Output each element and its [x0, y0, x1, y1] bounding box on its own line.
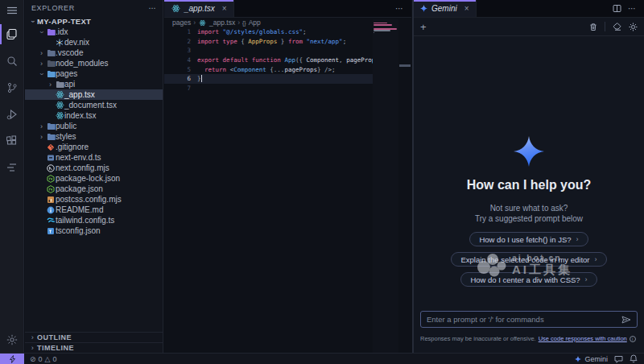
activity-menu-icon[interactable] [0, 0, 24, 21]
chevron-closed-icon: › [28, 333, 37, 341]
tree-item-api[interactable]: ›api [25, 79, 163, 89]
eraser-icon[interactable] [613, 23, 621, 31]
more-icon[interactable]: ⋯ [628, 4, 636, 13]
symbol-icon: {} [242, 20, 246, 26]
tree-item--document-tsx[interactable]: _document.tsx [25, 100, 163, 110]
extensions-icon [6, 135, 18, 147]
code-text: } [191, 75, 202, 82]
code-line-1[interactable]: 1import "@/styles/globals.css"; [164, 27, 398, 37]
warnings-icon: △ [45, 355, 51, 363]
close-icon[interactable]: × [222, 4, 227, 13]
breadcrumb-item[interactable]: _app.tsx [209, 19, 235, 27]
section-outline[interactable]: ›OUTLINE [25, 332, 163, 342]
caution-link[interactable]: Use code responses with caution [539, 335, 627, 342]
tree-item-tailwind-config-ts[interactable]: tailwind.config.ts [25, 215, 163, 225]
react-icon [55, 90, 64, 99]
gemini-panel: Gemini × ⋯ + How can I help you? Not sur… [412, 0, 644, 353]
bell-icon[interactable] [630, 354, 638, 363]
trash-icon[interactable] [589, 23, 597, 31]
tree-item-public[interactable]: ›public [25, 121, 163, 131]
minimap[interactable] [373, 19, 398, 353]
code-area[interactable]: 1import "@/styles/globals.css";2import t… [164, 27, 398, 353]
tree-item-dev-nix[interactable]: dev.nix [25, 37, 163, 48]
breadcrumb-separator: › [237, 19, 240, 27]
more-icon[interactable]: ⋯ [148, 4, 156, 12]
suggested-prompt-2[interactable]: Explain the selected code in my editor› [451, 252, 606, 267]
suggested-prompts: How do I use fetch() in JS?›Explain the … [451, 224, 606, 287]
tree-item-styles[interactable]: ›styles [25, 131, 163, 142]
chevron-closed-icon: › [37, 122, 46, 130]
feedback-icon[interactable] [614, 355, 623, 363]
breadcrumb-item[interactable]: App [249, 19, 261, 27]
code-text: import type { AppProps } from "next/app"… [191, 38, 346, 45]
activity-explorer-icon[interactable] [0, 21, 24, 48]
code-line-3[interactable]: 3 [164, 46, 398, 56]
tree-item-index-tsx[interactable]: index.tsx [25, 110, 163, 121]
tree-item-next-env-d-ts[interactable]: next-env.d.ts [25, 152, 163, 163]
tab-gemini[interactable]: Gemini × [414, 0, 477, 17]
tree-item-postcss-config-mjs[interactable]: postcss.config.mjs [25, 194, 163, 205]
tree-item-tsconfig-json[interactable]: tsconfig.json [25, 225, 163, 236]
react-icon [199, 19, 206, 27]
chevron-closed-icon: › [28, 344, 37, 352]
code-line-5[interactable]: 5 return <Component {...pageProps} />; [164, 64, 398, 74]
tree-item--app-tsx[interactable]: _app.tsx [25, 89, 163, 100]
tree-item-my-app-text[interactable]: ›MY-APP-TEXT [25, 16, 163, 27]
tree-item-package-lock-json[interactable]: package-lock.json [25, 173, 163, 184]
activity-run-debug-icon[interactable] [0, 101, 24, 127]
code-text: import "@/styles/globals.css"; [191, 28, 306, 35]
activity-source-control-icon[interactable] [0, 74, 24, 101]
npm-icon [46, 175, 56, 183]
gear-icon[interactable] [629, 23, 638, 31]
tree-item-package-json[interactable]: package.json [25, 184, 163, 194]
code-line-7[interactable]: 7 [164, 84, 398, 93]
editor-scrollbar[interactable] [398, 18, 411, 353]
prompt-label: Explain the selected code in my editor [460, 255, 589, 264]
tree-item--idx[interactable]: ›.idx [25, 27, 163, 37]
tree-item--gitignore[interactable]: .gitignore [25, 142, 163, 152]
activity-settings-gear-icon[interactable] [0, 326, 24, 353]
tree-item-readme-md[interactable]: README.md [25, 205, 163, 215]
scrollbar-thumb[interactable] [399, 64, 411, 67]
tree-item--vscode[interactable]: ›.vscode [25, 48, 163, 58]
code-line-2[interactable]: 2import type { AppProps } from "next/app… [164, 37, 398, 47]
info-icon[interactable]: i [630, 336, 636, 342]
gemini-heading: How can I help you? [467, 178, 592, 192]
send-icon[interactable] [621, 316, 637, 324]
tab-label: _app.tsx [184, 4, 215, 13]
split-editor-icon[interactable] [613, 4, 621, 13]
problems-status[interactable]: ⊘ 0 △ 0 [24, 355, 57, 363]
tree-item-next-config-mjs[interactable]: next.config.mjs [25, 163, 163, 173]
gemini-status[interactable]: Gemini [575, 355, 608, 363]
suggested-prompt-3[interactable]: How do I center a div with CSS?› [460, 272, 597, 287]
prompt-input-box[interactable] [420, 311, 638, 328]
code-line-6[interactable]: 6} [164, 74, 398, 84]
explorer-sidebar: EXPLORER ⋯ ›MY-APP-TEXT›.idxdev.nix›.vsc… [25, 0, 163, 353]
prompt-input[interactable] [421, 315, 621, 324]
ts-config-icon [46, 227, 56, 235]
breadcrumb-item[interactable]: pages [172, 19, 191, 27]
explorer-icon [6, 28, 18, 40]
folder-idx-icon [46, 28, 56, 36]
editor-actions-more-icon[interactable]: ⋯ [395, 4, 403, 13]
tab-app-tsx[interactable]: _app.tsx × [164, 0, 234, 17]
tree-item-node-modules[interactable]: ›node_modules [25, 58, 163, 68]
code-line-4[interactable]: 4export default function App({ Component… [164, 56, 398, 65]
section-timeline[interactable]: ›TIMELINE [25, 342, 163, 353]
warnings-count: 0 [52, 355, 56, 363]
code-text: export default function App({ Component,… [191, 56, 398, 64]
tree-item-label: .idx [56, 27, 68, 36]
activity-idx-tools-icon[interactable] [0, 154, 24, 180]
tree-item-pages[interactable]: ›pages [25, 68, 163, 79]
gemini-tab-bar: Gemini × ⋯ [414, 0, 644, 18]
close-icon[interactable]: × [464, 4, 469, 13]
activity-extensions-icon[interactable] [0, 127, 24, 154]
status-bar: ⊘ 0 △ 0 Gemini [0, 353, 644, 364]
new-chat-plus-icon[interactable]: + [420, 21, 427, 33]
activity-search-icon[interactable] [0, 48, 24, 74]
remote-indicator[interactable] [0, 354, 24, 364]
suggested-prompt-1[interactable]: How do I use fetch() in JS?› [469, 232, 588, 246]
line-number: 3 [164, 47, 191, 54]
editor-tab-bar: _app.tsx × ⋯ [164, 0, 411, 18]
tree-item-label: next-env.d.ts [56, 153, 101, 162]
